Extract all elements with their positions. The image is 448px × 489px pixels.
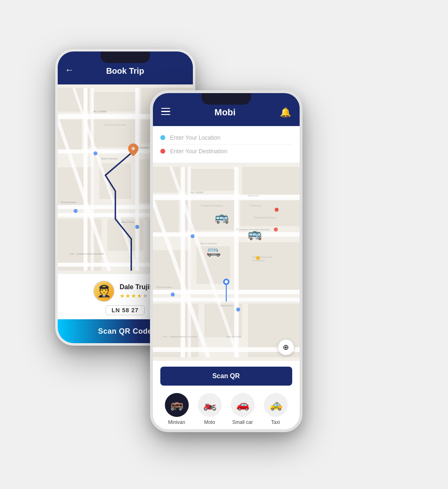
destination-row[interactable]: Enter Your Destination <box>160 145 292 157</box>
svg-point-33 <box>73 209 77 213</box>
taxi-icon: 🚕 <box>264 393 288 417</box>
plate-badge: LN 58 27 <box>106 305 145 315</box>
svg-rect-54 <box>153 347 300 352</box>
svg-rect-2 <box>93 91 137 111</box>
moto-icon: 🏍️ <box>198 393 222 417</box>
svg-text:Torres Oceano: Torres Oceano <box>61 201 76 203</box>
svg-text:Banco Keve: Banco Keve <box>220 304 233 307</box>
svg-text:Av. Lenine: Av. Lenine <box>190 190 203 193</box>
svg-rect-50 <box>153 194 300 200</box>
origin-input[interactable]: Enter Your Location <box>170 134 220 141</box>
svg-point-79 <box>274 227 278 232</box>
location-separator <box>160 144 292 145</box>
svg-text:Restaurante Barbarico: Restaurante Barbarico <box>254 216 276 219</box>
svg-point-82 <box>225 280 228 283</box>
svg-text:Banco Atlantico: Banco Atlantico <box>101 157 118 159</box>
notification-bell-icon[interactable]: 🔔 <box>280 107 291 118</box>
scan-qr-button[interactable]: Scan QR <box>160 367 292 386</box>
taxi-label: Taxi <box>271 419 280 425</box>
book-trip-header: ← Book Trip <box>58 51 193 84</box>
svg-rect-20 <box>91 88 94 271</box>
origin-row[interactable]: Enter Your Location <box>160 132 292 143</box>
svg-point-34 <box>135 225 139 229</box>
mobi-map: Av. Lenine R. Joaquim Fernandes Boavida … <box>153 163 300 361</box>
vehicle-type-selector: 🚌 Minivan 🏍️ Moto 🚗 Small car <box>160 391 292 427</box>
svg-point-78 <box>274 208 279 212</box>
svg-rect-39 <box>190 168 238 190</box>
svg-text:LAC - Luanda Antena Comercial: LAC - Luanda Antena Comercial <box>69 253 103 255</box>
destination-input[interactable]: Enter Your Destination <box>170 148 228 154</box>
svg-text:FaceFood: FaceFood <box>250 204 260 207</box>
svg-text:Trocadero Restaurante: Trocadero Restaurante <box>200 204 223 207</box>
svg-rect-51 <box>153 232 300 236</box>
scene: ← Book Trip <box>39 28 410 461</box>
svg-point-31 <box>93 151 97 155</box>
svg-rect-46 <box>236 242 300 289</box>
hamburger-menu-icon[interactable] <box>161 108 170 115</box>
moto-label: Moto <box>204 419 215 425</box>
driver-info-row: 🧑‍✈️ Dale Trujillo ★★★★★ <box>93 281 157 302</box>
svg-text:LAC - Luanda Antena Comercial: LAC - Luanda Antena Comercial <box>163 335 197 337</box>
svg-rect-43 <box>240 200 299 226</box>
svg-text:Av. Lenine: Av. Lenine <box>93 110 106 112</box>
minivan-icon: 🚌 <box>165 393 189 417</box>
driver-avatar: 🧑‍✈️ <box>93 281 115 302</box>
back-arrow-icon[interactable]: ← <box>65 65 74 75</box>
mobi-title: Mobi <box>214 107 235 118</box>
small-car-icon: 🚗 <box>231 393 255 417</box>
svg-text:Trocadero Restaurante: Trocadero Restaurante <box>103 123 125 126</box>
svg-point-74 <box>190 234 195 238</box>
svg-rect-40 <box>242 167 300 197</box>
small-car-label: Small car <box>232 419 253 425</box>
svg-text:Spot Do Soba: Spot Do Soba <box>226 335 242 337</box>
van-icon-2: 🚐 <box>206 243 221 257</box>
bottom-panel: Scan QR 🚌 Minivan 🏍️ Moto � <box>153 361 300 431</box>
van-icon-1: 🚌 <box>215 211 229 224</box>
svg-rect-57 <box>188 167 191 357</box>
scan-qr-label: Scan QR <box>212 372 240 380</box>
locate-icon: ⊕ <box>283 343 289 352</box>
location-panel: Enter Your Location Enter Your Destinati… <box>153 126 300 163</box>
svg-rect-19 <box>135 88 139 271</box>
svg-text:Banco Keve: Banco Keve <box>121 221 134 223</box>
book-trip-title: Book Trip <box>106 66 144 76</box>
svg-point-36 <box>131 147 135 150</box>
vehicle-minivan[interactable]: 🚌 Minivan <box>165 393 189 425</box>
minivan-label: Minivan <box>168 419 185 425</box>
svg-point-75 <box>256 256 260 260</box>
svg-text:Torres Oceano: Torres Oceano <box>156 286 171 288</box>
van-icon-3: 🚌 <box>248 227 262 241</box>
origin-dot <box>160 135 165 140</box>
mobi-header: Mobi 🔔 <box>153 93 300 126</box>
vehicle-moto[interactable]: 🏍️ Moto <box>198 393 222 425</box>
svg-text:Banco Sol: Banco Sol <box>248 194 258 197</box>
vehicle-small-car[interactable]: 🚗 Small car <box>231 393 255 425</box>
phone-mobi: Mobi 🔔 Enter Your Location Enter Your De… <box>150 90 303 432</box>
scan-qr-code-label: Scan QR Code <box>98 327 152 336</box>
destination-dot <box>160 149 165 154</box>
svg-text:Delegação Provincial: Delegação Provincial <box>252 256 272 258</box>
svg-point-77 <box>236 307 240 311</box>
vehicle-taxi[interactable]: 🚕 Taxi <box>264 393 288 425</box>
svg-point-76 <box>171 292 175 297</box>
locate-me-button[interactable]: ⊕ <box>278 339 294 355</box>
svg-rect-56 <box>234 167 239 357</box>
